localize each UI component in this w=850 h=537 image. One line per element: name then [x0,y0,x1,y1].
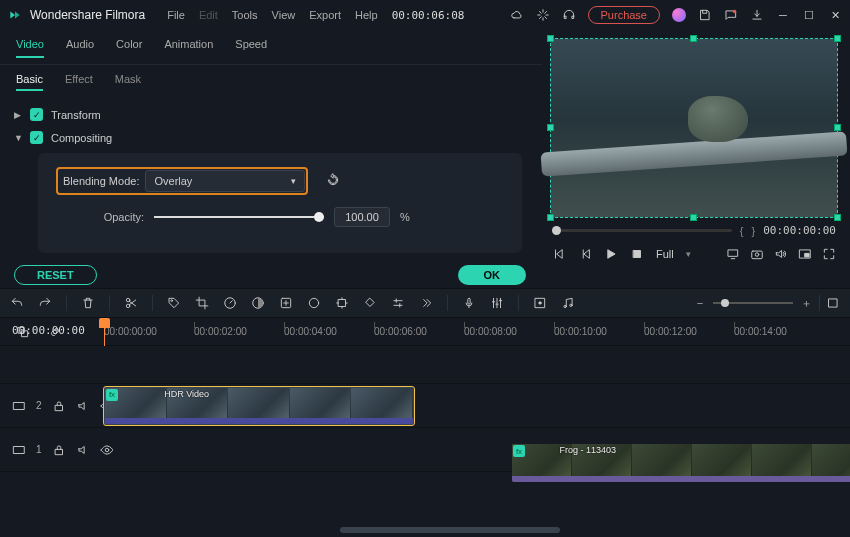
keyframe-target-icon[interactable] [335,296,349,310]
mute-icon[interactable] [76,399,90,413]
marker-icon[interactable] [363,296,377,310]
clip-hdr-video[interactable]: fx HDR Video [104,387,414,425]
headphones-icon[interactable] [562,8,576,22]
mark-in-icon[interactable]: { [740,225,744,237]
menu-file[interactable]: File [167,9,185,21]
resize-handle[interactable] [547,214,554,221]
tag-icon[interactable] [167,296,181,310]
volume-icon[interactable] [774,247,788,261]
music-icon[interactable] [561,296,575,310]
menu-edit[interactable]: Edit [199,9,218,21]
revert-icon[interactable] [326,173,344,189]
clip-frog[interactable]: fx Frog - 113403 [512,444,850,482]
color-icon[interactable] [251,296,265,310]
fullscreen-icon[interactable] [822,247,836,261]
pip-icon[interactable] [798,247,812,261]
compositing-checkbox[interactable]: ✓ [30,131,43,144]
sparkle-icon[interactable] [536,8,550,22]
adjust-icon[interactable] [391,296,405,310]
timeline-scrollbar[interactable] [340,527,560,533]
svg-rect-15 [468,298,470,304]
crop-icon[interactable] [195,296,209,310]
menu-view[interactable]: View [272,9,296,21]
video-track-2[interactable]: 2 fx HDR Video [0,384,850,428]
quality-select[interactable]: Full [656,248,674,260]
step-back-icon[interactable] [578,247,592,261]
collapse-icon[interactable]: ▼ [14,133,22,143]
mark-out-icon[interactable]: } [751,225,755,237]
render-icon[interactable] [533,296,547,310]
zoom-in-icon[interactable]: ＋ [799,296,813,310]
effects-icon[interactable] [279,296,293,310]
subtab-mask[interactable]: Mask [115,73,141,91]
play-icon[interactable] [604,247,618,261]
tab-video[interactable]: Video [16,38,44,58]
svg-point-13 [309,298,318,307]
tab-audio[interactable]: Audio [66,38,94,58]
resize-handle[interactable] [834,35,841,42]
video-track-1[interactable]: 1 fx Frog - 113403 [0,428,850,472]
mixer-icon[interactable] [490,296,504,310]
undo-icon[interactable] [10,296,24,310]
lock-icon[interactable] [52,399,66,413]
cloud-icon[interactable] [510,8,524,22]
save-icon[interactable] [698,8,712,22]
message-icon[interactable] [724,8,738,22]
snapshot-icon[interactable] [750,247,764,261]
stop-icon[interactable] [630,247,644,261]
resize-handle[interactable] [834,214,841,221]
opacity-slider[interactable] [154,210,324,224]
window-maximize-icon[interactable]: ☐ [802,9,816,22]
window-close-icon[interactable]: ✕ [828,9,842,22]
account-avatar-icon[interactable] [672,8,686,22]
subtab-basic[interactable]: Basic [16,73,43,91]
prev-frame-icon[interactable] [552,247,566,261]
more-tools-icon[interactable] [419,296,433,310]
compositing-section-header[interactable]: ▼ ✓ Compositing [14,126,528,149]
resize-handle[interactable] [547,35,554,42]
tab-color[interactable]: Color [116,38,142,58]
menu-help[interactable]: Help [355,9,378,21]
subtab-effect[interactable]: Effect [65,73,93,91]
opacity-input[interactable]: 100.00 [334,207,390,227]
tab-animation[interactable]: Animation [164,38,213,58]
clip-effect-badge: fx [106,389,118,401]
cut-icon[interactable] [124,296,138,310]
menu-tools[interactable]: Tools [232,9,258,21]
preview-scrubber[interactable] [552,229,732,232]
svg-rect-2 [728,250,737,256]
zoom-fit-icon[interactable] [826,296,840,310]
tab-speed[interactable]: Speed [235,38,267,58]
speed-icon[interactable] [223,296,237,310]
mute-icon[interactable] [76,443,90,457]
expand-icon[interactable]: ▶ [14,110,22,120]
display-icon[interactable] [726,247,740,261]
preview-viewport[interactable] [550,38,838,218]
resize-handle[interactable] [690,214,697,221]
chevron-down-icon: ▾ [686,249,691,259]
reset-button[interactable]: RESET [14,265,97,285]
zoom-out-icon[interactable]: − [693,296,707,310]
resize-handle[interactable] [690,35,697,42]
timeline-ruler[interactable]: 00:00:00:00 00:00:00:00 00:00:02:00 00:0… [0,318,850,346]
svg-rect-27 [55,449,62,454]
zoom-slider[interactable] [713,302,793,304]
redo-icon[interactable] [38,296,52,310]
menu-export[interactable]: Export [309,9,341,21]
preview-panel: { } 00:00:00:00 Full ▾ [542,30,850,288]
mask-icon[interactable] [307,296,321,310]
delete-icon[interactable] [81,296,95,310]
transform-checkbox[interactable]: ✓ [30,108,43,121]
ok-button[interactable]: OK [458,265,527,285]
visibility-icon[interactable] [100,443,114,457]
window-minimize-icon[interactable]: ─ [776,9,790,21]
purchase-button[interactable]: Purchase [588,6,660,24]
resize-handle[interactable] [834,124,841,131]
lock-icon[interactable] [52,443,66,457]
voiceover-icon[interactable] [462,296,476,310]
blend-mode-select[interactable]: Overlay ▾ [145,170,305,192]
ruler-tick: 00:00:02:00 [194,326,284,337]
transform-section-header[interactable]: ▶ ✓ Transform [14,103,528,126]
download-icon[interactable] [750,8,764,22]
resize-handle[interactable] [547,124,554,131]
